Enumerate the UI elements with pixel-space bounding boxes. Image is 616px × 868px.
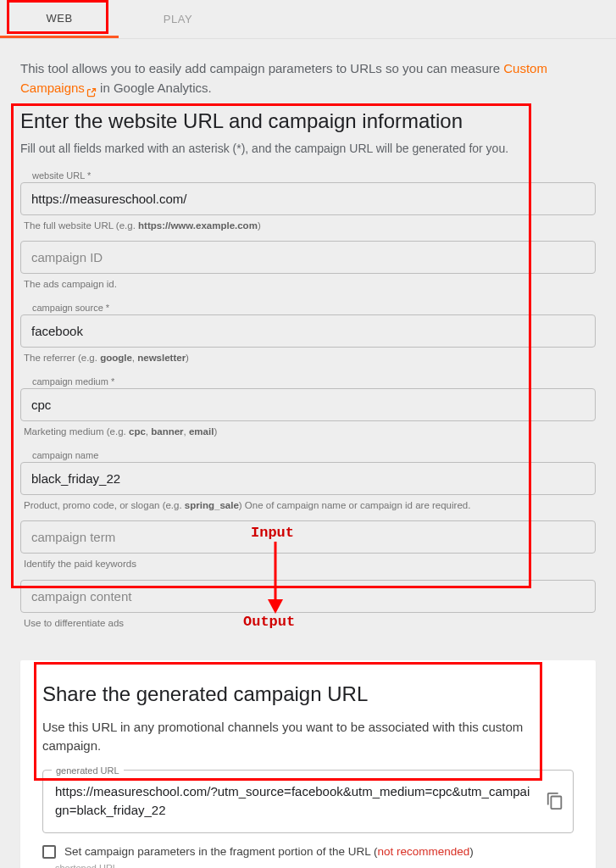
not-recommended-text: not recommended <box>377 845 469 858</box>
campaign-name-label: campaign name <box>29 450 102 460</box>
campaign-id-input[interactable] <box>20 241 596 274</box>
campaign-id-helper: The ads campaign id. <box>24 277 596 291</box>
form-heading: Enter the website URL and campaign infor… <box>20 109 596 133</box>
campaign-source-helper: The referrer (e.g. google, newsletter) <box>24 351 596 364</box>
website-url-helper: The full website URL (e.g. https://www.e… <box>24 219 596 232</box>
tab-web[interactable]: WEB <box>0 0 119 38</box>
website-url-input[interactable] <box>20 182 596 215</box>
website-url-label: website URL * <box>29 170 94 181</box>
campaign-source-label: campaign source * <box>29 303 113 313</box>
generated-url-box: generated URL https://measureschool.com/… <box>42 770 574 833</box>
campaign-content-helper: Use to differentiate ads <box>24 616 596 630</box>
external-link-icon <box>86 84 97 94</box>
share-card: Share the generated campaign URL Use thi… <box>20 660 596 868</box>
generated-url-value: https://measureschool.com/?utm_source=fa… <box>55 784 530 818</box>
intro-before: This tool allows you to easily add campa… <box>20 61 503 75</box>
share-heading: Share the generated campaign URL <box>42 682 574 706</box>
generated-url-label: generated URL <box>52 764 124 778</box>
form-section: Enter the website URL and campaign infor… <box>0 108 616 647</box>
fragment-checkbox[interactable] <box>42 845 56 859</box>
campaign-content-input[interactable] <box>20 580 596 613</box>
fragment-label: Set campaign parameters in the fragment … <box>64 845 474 858</box>
intro-after: in Google Analytics. <box>97 81 212 95</box>
campaign-term-helper: Identify the paid keywords <box>24 557 596 570</box>
campaign-medium-helper: Marketing medium (e.g. cpc, banner, emai… <box>24 425 596 438</box>
campaign-name-helper: Product, promo code, or slogan (e.g. spr… <box>24 498 596 512</box>
fragment-row: Set campaign parameters in the fragment … <box>42 845 574 859</box>
tabs-bar: WEB PLAY <box>0 0 616 39</box>
campaign-medium-label: campaign medium * <box>29 376 118 387</box>
intro-text: This tool allows you to easily add campa… <box>0 39 616 108</box>
campaign-source-input[interactable] <box>20 314 596 348</box>
share-desc: Use this URL in any promotional channels… <box>42 718 574 756</box>
campaign-name-input[interactable] <box>20 462 596 495</box>
campaign-medium-input[interactable] <box>20 388 596 421</box>
campaign-term-input[interactable] <box>20 520 596 554</box>
copy-icon[interactable] <box>546 792 564 810</box>
tab-play[interactable]: PLAY <box>119 0 237 38</box>
form-subheading: Fill out all fields marked with an aster… <box>20 142 596 155</box>
shortened-url-label: shortened URL <box>51 863 122 868</box>
